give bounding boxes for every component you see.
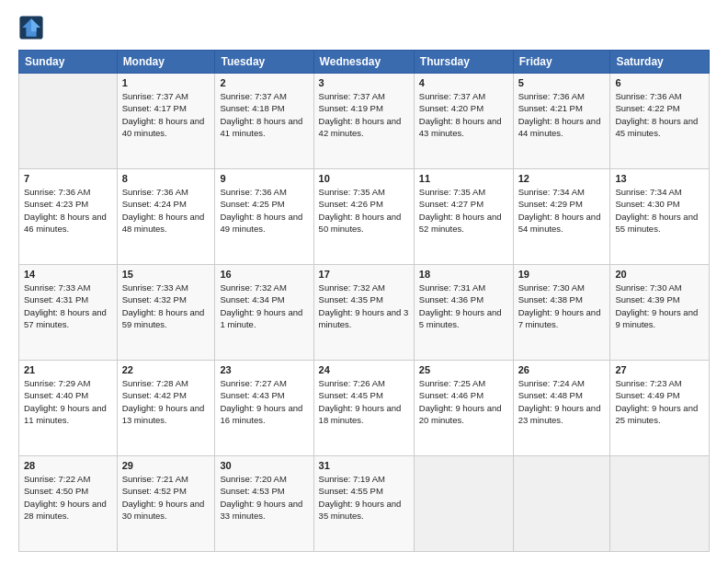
day-detail: Sunrise: 7:37 AMSunset: 4:17 PMDaylight:… xyxy=(122,91,205,138)
day-cell: 2Sunrise: 7:37 AMSunset: 4:18 PMDaylight… xyxy=(215,74,313,169)
day-number: 13 xyxy=(615,173,704,184)
day-cell: 23Sunrise: 7:27 AMSunset: 4:43 PMDayligh… xyxy=(215,361,313,456)
day-cell: 19Sunrise: 7:30 AMSunset: 4:38 PMDayligh… xyxy=(513,265,610,361)
day-number: 12 xyxy=(518,173,606,184)
day-number: 20 xyxy=(615,269,704,280)
col-header-sunday: Sunday xyxy=(19,51,118,74)
day-number: 22 xyxy=(122,364,210,375)
day-detail: Sunrise: 7:30 AMSunset: 4:38 PMDaylight:… xyxy=(518,282,601,329)
day-detail: Sunrise: 7:19 AMSunset: 4:55 PMDaylight:… xyxy=(319,474,402,521)
day-cell: 17Sunrise: 7:32 AMSunset: 4:35 PMDayligh… xyxy=(313,265,414,361)
day-number: 27 xyxy=(615,364,704,375)
day-cell: 31Sunrise: 7:19 AMSunset: 4:55 PMDayligh… xyxy=(313,456,414,552)
day-number: 2 xyxy=(220,77,308,88)
day-number: 4 xyxy=(419,77,508,88)
day-cell: 4Sunrise: 7:37 AMSunset: 4:20 PMDaylight… xyxy=(414,74,513,169)
week-row-4: 21Sunrise: 7:29 AMSunset: 4:40 PMDayligh… xyxy=(19,361,710,456)
day-number: 10 xyxy=(319,173,409,184)
day-detail: Sunrise: 7:23 AMSunset: 4:49 PMDaylight:… xyxy=(615,378,698,425)
day-number: 7 xyxy=(24,173,112,184)
day-cell xyxy=(513,456,610,552)
day-cell xyxy=(610,456,710,552)
day-detail: Sunrise: 7:36 AMSunset: 4:25 PMDaylight:… xyxy=(220,187,302,234)
day-number: 23 xyxy=(220,364,308,375)
day-detail: Sunrise: 7:30 AMSunset: 4:39 PMDaylight:… xyxy=(615,282,698,329)
day-detail: Sunrise: 7:36 AMSunset: 4:22 PMDaylight:… xyxy=(615,91,698,138)
col-header-thursday: Thursday xyxy=(414,51,513,74)
day-number: 26 xyxy=(518,364,606,375)
day-number: 11 xyxy=(419,173,508,184)
logo xyxy=(18,15,48,40)
week-row-1: 1Sunrise: 7:37 AMSunset: 4:17 PMDaylight… xyxy=(19,74,710,169)
page: SundayMondayTuesdayWednesdayThursdayFrid… xyxy=(0,0,728,563)
day-detail: Sunrise: 7:32 AMSunset: 4:34 PMDaylight:… xyxy=(220,282,302,329)
day-cell: 24Sunrise: 7:26 AMSunset: 4:45 PMDayligh… xyxy=(313,361,414,456)
day-detail: Sunrise: 7:35 AMSunset: 4:27 PMDaylight:… xyxy=(419,187,502,234)
header xyxy=(18,15,710,40)
col-header-wednesday: Wednesday xyxy=(313,51,414,74)
day-cell: 25Sunrise: 7:25 AMSunset: 4:46 PMDayligh… xyxy=(414,361,513,456)
day-cell: 7Sunrise: 7:36 AMSunset: 4:23 PMDaylight… xyxy=(19,169,118,265)
day-number: 29 xyxy=(122,460,210,471)
day-number: 5 xyxy=(518,77,606,88)
day-number: 24 xyxy=(319,364,409,375)
day-number: 19 xyxy=(518,269,606,280)
day-cell xyxy=(414,456,513,552)
day-detail: Sunrise: 7:36 AMSunset: 4:24 PMDaylight:… xyxy=(122,187,205,234)
day-number: 18 xyxy=(419,269,508,280)
day-cell: 9Sunrise: 7:36 AMSunset: 4:25 PMDaylight… xyxy=(215,169,313,265)
day-detail: Sunrise: 7:27 AMSunset: 4:43 PMDaylight:… xyxy=(220,378,302,425)
day-number: 16 xyxy=(220,269,308,280)
week-row-3: 14Sunrise: 7:33 AMSunset: 4:31 PMDayligh… xyxy=(19,265,710,361)
day-detail: Sunrise: 7:24 AMSunset: 4:48 PMDaylight:… xyxy=(518,378,601,425)
day-detail: Sunrise: 7:20 AMSunset: 4:53 PMDaylight:… xyxy=(220,474,302,521)
day-cell: 30Sunrise: 7:20 AMSunset: 4:53 PMDayligh… xyxy=(215,456,313,552)
day-detail: Sunrise: 7:31 AMSunset: 4:36 PMDaylight:… xyxy=(419,282,502,329)
day-detail: Sunrise: 7:33 AMSunset: 4:31 PMDaylight:… xyxy=(24,282,107,329)
day-cell: 12Sunrise: 7:34 AMSunset: 4:29 PMDayligh… xyxy=(513,169,610,265)
day-cell: 18Sunrise: 7:31 AMSunset: 4:36 PMDayligh… xyxy=(414,265,513,361)
day-detail: Sunrise: 7:33 AMSunset: 4:32 PMDaylight:… xyxy=(122,282,205,329)
col-header-tuesday: Tuesday xyxy=(215,51,313,74)
day-number: 6 xyxy=(615,77,704,88)
day-cell: 10Sunrise: 7:35 AMSunset: 4:26 PMDayligh… xyxy=(313,169,414,265)
day-number: 1 xyxy=(122,77,210,88)
day-detail: Sunrise: 7:25 AMSunset: 4:46 PMDaylight:… xyxy=(419,378,502,425)
day-cell: 6Sunrise: 7:36 AMSunset: 4:22 PMDaylight… xyxy=(610,74,710,169)
day-detail: Sunrise: 7:32 AMSunset: 4:35 PMDaylight:… xyxy=(319,282,409,329)
day-cell xyxy=(19,74,118,169)
day-number: 9 xyxy=(220,173,308,184)
day-number: 3 xyxy=(319,77,409,88)
day-cell: 8Sunrise: 7:36 AMSunset: 4:24 PMDaylight… xyxy=(117,169,215,265)
col-header-friday: Friday xyxy=(513,51,610,74)
day-cell: 26Sunrise: 7:24 AMSunset: 4:48 PMDayligh… xyxy=(513,361,610,456)
day-cell: 21Sunrise: 7:29 AMSunset: 4:40 PMDayligh… xyxy=(19,361,118,456)
day-cell: 5Sunrise: 7:36 AMSunset: 4:21 PMDaylight… xyxy=(513,74,610,169)
col-header-monday: Monday xyxy=(117,51,215,74)
day-number: 25 xyxy=(419,364,508,375)
week-row-2: 7Sunrise: 7:36 AMSunset: 4:23 PMDaylight… xyxy=(19,169,710,265)
day-cell: 13Sunrise: 7:34 AMSunset: 4:30 PMDayligh… xyxy=(610,169,710,265)
day-detail: Sunrise: 7:26 AMSunset: 4:45 PMDaylight:… xyxy=(319,378,402,425)
day-cell: 3Sunrise: 7:37 AMSunset: 4:19 PMDaylight… xyxy=(313,74,414,169)
day-number: 8 xyxy=(122,173,210,184)
day-number: 21 xyxy=(24,364,112,375)
day-number: 30 xyxy=(220,460,308,471)
day-number: 31 xyxy=(319,460,409,471)
day-detail: Sunrise: 7:36 AMSunset: 4:21 PMDaylight:… xyxy=(518,91,601,138)
day-cell: 20Sunrise: 7:30 AMSunset: 4:39 PMDayligh… xyxy=(610,265,710,361)
logo-icon xyxy=(18,15,44,40)
week-row-5: 28Sunrise: 7:22 AMSunset: 4:50 PMDayligh… xyxy=(19,456,710,552)
day-cell: 11Sunrise: 7:35 AMSunset: 4:27 PMDayligh… xyxy=(414,169,513,265)
day-detail: Sunrise: 7:22 AMSunset: 4:50 PMDaylight:… xyxy=(24,474,107,521)
day-cell: 29Sunrise: 7:21 AMSunset: 4:52 PMDayligh… xyxy=(117,456,215,552)
day-cell: 22Sunrise: 7:28 AMSunset: 4:42 PMDayligh… xyxy=(117,361,215,456)
col-header-saturday: Saturday xyxy=(610,51,710,74)
calendar-table: SundayMondayTuesdayWednesdayThursdayFrid… xyxy=(18,50,710,552)
day-detail: Sunrise: 7:37 AMSunset: 4:18 PMDaylight:… xyxy=(220,91,302,138)
day-number: 28 xyxy=(24,460,112,471)
day-detail: Sunrise: 7:34 AMSunset: 4:30 PMDaylight:… xyxy=(615,187,698,234)
day-cell: 14Sunrise: 7:33 AMSunset: 4:31 PMDayligh… xyxy=(19,265,118,361)
day-number: 17 xyxy=(319,269,409,280)
day-detail: Sunrise: 7:28 AMSunset: 4:42 PMDaylight:… xyxy=(122,378,205,425)
